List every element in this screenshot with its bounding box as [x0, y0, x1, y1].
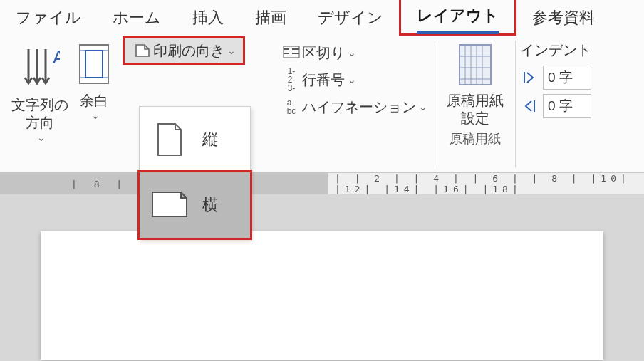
- margins-label: 余白: [80, 92, 108, 110]
- orientation-landscape-label: 横: [202, 194, 218, 216]
- indent-left-icon: [520, 70, 539, 85]
- document-area[interactable]: [0, 194, 644, 361]
- indent-title: インデント: [520, 41, 591, 60]
- page-landscape-icon: [150, 189, 189, 221]
- svg-text:A: A: [53, 46, 60, 68]
- ruler-scale: | | 2 | | 4 | | 6 | | 8 | |10| |12| |14|…: [328, 173, 644, 194]
- orientation-icon: [132, 42, 153, 59]
- tab-design[interactable]: デザイン: [302, 0, 399, 36]
- manuscript-group-caption: 原稿用紙: [450, 130, 501, 147]
- tab-references[interactable]: 参考資料: [516, 0, 611, 36]
- manuscript-icon: [457, 42, 494, 88]
- tab-layout[interactable]: レイアウト: [399, 0, 516, 36]
- manuscript-settings-label: 原稿用紙 設定: [447, 92, 504, 127]
- text-direction-label: 文字列の 方向: [11, 96, 68, 132]
- orientation-button[interactable]: 印刷の向き ⌄: [123, 36, 245, 65]
- page-portrait-icon: [150, 121, 189, 158]
- margins-icon: [77, 42, 111, 88]
- indent-left-input[interactable]: 0 字: [543, 66, 591, 90]
- text-direction-icon: A: [20, 42, 60, 92]
- line-numbers-icon: 1-2-3-: [281, 67, 302, 93]
- tab-insert[interactable]: 挿入: [177, 0, 239, 36]
- page[interactable]: [41, 231, 603, 360]
- orientation-dropdown: 縦 横: [139, 106, 251, 239]
- tab-draw[interactable]: 描画: [239, 0, 302, 36]
- ribbon-tabs: ファイル ホーム 挿入 描画 デザイン レイアウト 参考資料: [0, 0, 644, 36]
- chevron-down-icon: ⌄: [227, 45, 236, 56]
- chevron-down-icon: ⌄: [348, 74, 356, 85]
- group-page-setup: A 文字列の 方向 ⌄ 余白 ⌄: [0, 36, 123, 172]
- indent-right-input[interactable]: 0 字: [543, 94, 591, 118]
- hyphenation-label: ハイフネーション: [302, 98, 416, 117]
- group-indent: インデント 0 字 0 字: [516, 36, 596, 172]
- orientation-portrait[interactable]: 縦: [140, 107, 250, 172]
- svg-rect-5: [85, 51, 103, 78]
- manuscript-settings-button[interactable]: 原稿用紙 設定: [442, 41, 508, 127]
- horizontal-ruler[interactable]: | 8 | | | 2 | | 4 | | 6 | | 8 | |10| |12…: [0, 173, 644, 194]
- hyphenation-button[interactable]: a-bc ハイフネーション ⌄: [274, 93, 435, 120]
- hyphenation-icon: a-bc: [281, 98, 302, 115]
- ribbon: A 文字列の 方向 ⌄ 余白 ⌄: [0, 36, 644, 173]
- breaks-button[interactable]: 区切り ⌄: [274, 39, 435, 66]
- chevron-down-icon: ⌄: [348, 47, 356, 58]
- tab-file[interactable]: ファイル: [0, 0, 97, 36]
- tab-home[interactable]: ホーム: [97, 0, 177, 36]
- orientation-label: 印刷の向き: [153, 41, 224, 61]
- orientation-landscape[interactable]: 横: [137, 170, 252, 240]
- line-numbers-label: 行番号: [302, 70, 345, 90]
- group-manuscript: 原稿用紙 設定 原稿用紙: [435, 36, 515, 172]
- chevron-down-icon: ⌄: [37, 132, 46, 143]
- breaks-icon: [281, 45, 302, 61]
- margins-button[interactable]: 余白 ⌄: [73, 41, 115, 121]
- indent-right-icon: [520, 98, 539, 114]
- group-page-setup-more: 区切り ⌄ 1-2-3- 行番号 ⌄ a-bc ハイフネーション ⌄: [274, 36, 435, 172]
- orientation-portrait-label: 縦: [202, 129, 218, 150]
- chevron-down-icon: ⌄: [419, 101, 427, 113]
- line-numbers-button[interactable]: 1-2-3- 行番号 ⌄: [274, 66, 435, 93]
- svg-rect-12: [284, 46, 299, 58]
- breaks-label: 区切り: [302, 43, 345, 63]
- text-direction-button[interactable]: A 文字列の 方向 ⌄: [7, 41, 73, 143]
- chevron-down-icon: ⌄: [91, 110, 100, 121]
